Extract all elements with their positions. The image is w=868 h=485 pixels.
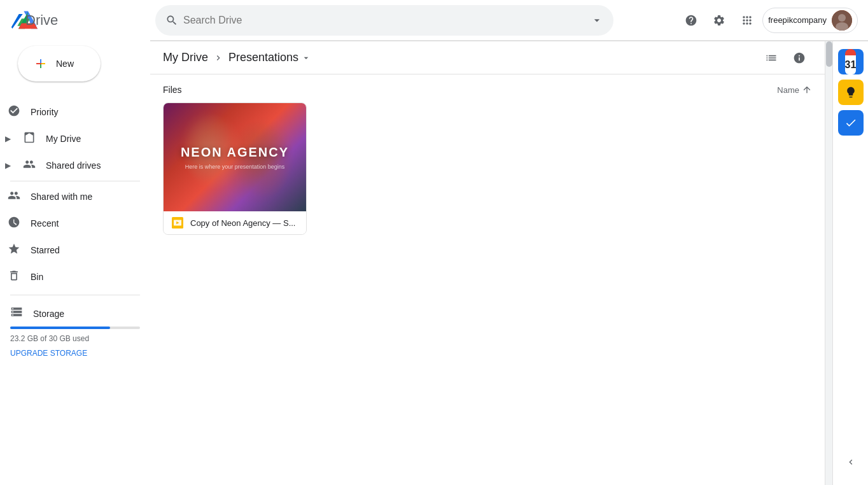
file-thumbnail: NEON AGENCY Here is where your presentat… (164, 103, 306, 211)
file-subtitle: Here is where your presentation begins (185, 164, 285, 170)
list-view-button[interactable] (759, 45, 784, 71)
sidebar-item-my-drive-label: My Drive (46, 134, 81, 144)
sidebar-item-recent-label: Recent (31, 218, 59, 228)
info-button[interactable] (787, 45, 812, 71)
expand-icon: ▶ (3, 134, 13, 143)
svg-rect-13 (40, 64, 41, 68)
slides-icon (171, 216, 184, 229)
sidebar-item-starred-label: Starred (31, 245, 60, 255)
content-header-actions (759, 45, 812, 71)
search-bar[interactable] (155, 5, 613, 36)
breadcrumb-bar: My Drive Presentations (150, 41, 825, 74)
account-button[interactable]: freepikcompany (762, 8, 858, 33)
breadcrumb-current-label: Presentations (228, 51, 298, 64)
apps-button[interactable] (734, 8, 760, 33)
sidebar-item-my-drive[interactable]: ▶ My Drive (0, 126, 140, 151)
svg-rect-12 (41, 63, 45, 64)
breadcrumb: My Drive Presentations (163, 51, 311, 64)
new-button[interactable]: New (18, 46, 101, 81)
settings-button[interactable] (706, 8, 732, 33)
avatar (832, 10, 852, 31)
file-card[interactable]: NEON AGENCY Here is where your presentat… (163, 102, 307, 235)
sidebar-item-bin-label: Bin (31, 272, 43, 282)
sort-direction-icon (802, 85, 812, 95)
shared-drives-icon (23, 158, 36, 174)
search-input[interactable] (178, 15, 591, 26)
calendar-date: 31 (845, 55, 857, 74)
recent-icon (8, 216, 20, 232)
scrollbar-thumb[interactable] (826, 41, 832, 67)
sort-label: Name (777, 85, 799, 95)
breadcrumb-dropdown-icon (301, 53, 311, 63)
scrollbar-area (825, 41, 832, 485)
storage-section: Storage 23.2 GB of 30 GB used UPGRADE ST… (0, 300, 150, 363)
breadcrumb-current[interactable]: Presentations (228, 51, 311, 64)
svg-rect-14 (36, 63, 40, 64)
storage-bar-fill (10, 327, 110, 329)
right-panel: 31 (832, 41, 868, 485)
sidebar-item-shared-drives[interactable]: ▶ Shared drives (0, 153, 140, 178)
file-title: NEON AGENCY (181, 145, 289, 160)
expand-icon-shared: ▶ (3, 161, 13, 170)
breadcrumb-root[interactable]: My Drive (163, 51, 208, 64)
tasks-button[interactable] (838, 110, 864, 136)
sidebar-item-recent[interactable]: Recent (0, 211, 140, 236)
sidebar-item-starred[interactable]: Starred (0, 237, 140, 263)
storage-icon (10, 306, 23, 321)
sidebar-item-shared-drives-label: Shared drives (46, 160, 101, 171)
panel-expand-button[interactable] (838, 449, 864, 480)
file-grid: NEON AGENCY Here is where your presentat… (163, 102, 812, 235)
search-dropdown-icon[interactable] (591, 14, 603, 27)
app-logo-text: Drive (25, 12, 58, 29)
section-title: Files (163, 85, 182, 95)
new-button-label: New (56, 59, 74, 69)
storage-bar-bg (10, 327, 140, 329)
calendar-button[interactable]: 31 (838, 49, 864, 74)
svg-point-16 (838, 14, 846, 22)
file-name: Copy of Neon Agency — S... (190, 218, 298, 228)
storage-label-text: Storage (33, 309, 64, 319)
upgrade-storage-link[interactable]: UPGRADE STORAGE (10, 349, 87, 358)
sidebar-item-shared-with-me[interactable]: Shared with me (0, 184, 140, 209)
shared-with-me-icon (8, 189, 20, 205)
starred-icon (8, 243, 20, 258)
svg-rect-11 (40, 59, 41, 63)
plus-icon (33, 56, 48, 71)
breadcrumb-chevron-icon (213, 53, 223, 63)
bin-icon (8, 269, 20, 285)
storage-used-text: 23.2 GB of 30 GB used (10, 334, 140, 343)
keep-button[interactable] (838, 80, 864, 105)
sidebar-item-priority[interactable]: Priority (0, 99, 140, 125)
help-button[interactable] (678, 8, 704, 33)
files-section: Files Name (150, 74, 825, 485)
sort-control[interactable]: Name (777, 85, 812, 95)
account-name: freepikcompany (768, 15, 827, 25)
sidebar-item-priority-label: Priority (31, 107, 59, 117)
search-icon (165, 14, 178, 27)
my-drive-icon (23, 131, 36, 147)
sidebar-item-bin[interactable]: Bin (0, 264, 140, 290)
sidebar-item-shared-label: Shared with me (31, 192, 92, 202)
file-info: Copy of Neon Agency — S... (164, 211, 306, 234)
priority-icon (8, 104, 20, 120)
